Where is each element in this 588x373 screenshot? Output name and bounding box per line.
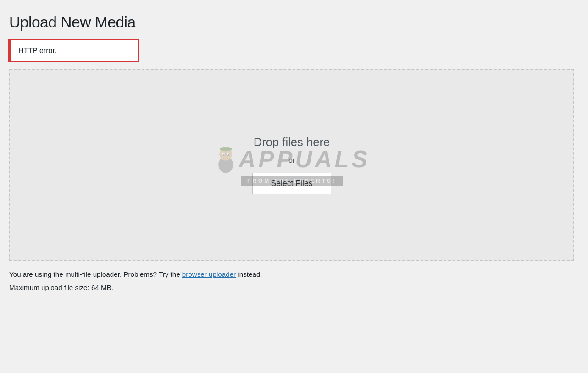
or-separator: or — [288, 156, 295, 165]
svg-rect-8 — [222, 153, 225, 156]
footer-uploader-text: You are using the multi-file uploader. P… — [9, 270, 574, 278]
svg-point-2 — [220, 147, 232, 152]
svg-rect-3 — [220, 148, 232, 150]
svg-point-4 — [222, 153, 225, 156]
watermark-character-icon — [213, 144, 239, 174]
max-upload-text: Maximum upload file size: 64 MB. — [9, 284, 574, 291]
svg-point-7 — [228, 154, 229, 155]
svg-point-1 — [219, 148, 232, 161]
browser-uploader-link[interactable]: browser uploader — [182, 270, 236, 278]
drop-files-text: Drop files here — [254, 136, 330, 149]
error-message: HTTP error. — [18, 47, 56, 55]
page-container: Upload New Media HTTP error. — [0, 0, 588, 305]
footer-text-before: You are using the multi-file uploader. P… — [9, 270, 182, 278]
svg-point-6 — [223, 154, 225, 155]
svg-point-11 — [225, 156, 227, 157]
error-box-wrapper: HTTP error. — [9, 40, 574, 61]
page-title: Upload New Media — [9, 14, 574, 31]
svg-rect-9 — [226, 153, 230, 156]
error-box: HTTP error. — [9, 40, 138, 61]
upload-dropzone[interactable]: APPUALS FROM THE EXPERTS! Drop files her… — [9, 69, 574, 261]
svg-point-5 — [227, 153, 229, 156]
footer-text-after: instead. — [236, 270, 262, 278]
svg-point-0 — [218, 157, 233, 173]
select-files-button[interactable]: Select Files — [252, 173, 332, 194]
drop-text-container: Drop files here — [254, 136, 330, 156]
